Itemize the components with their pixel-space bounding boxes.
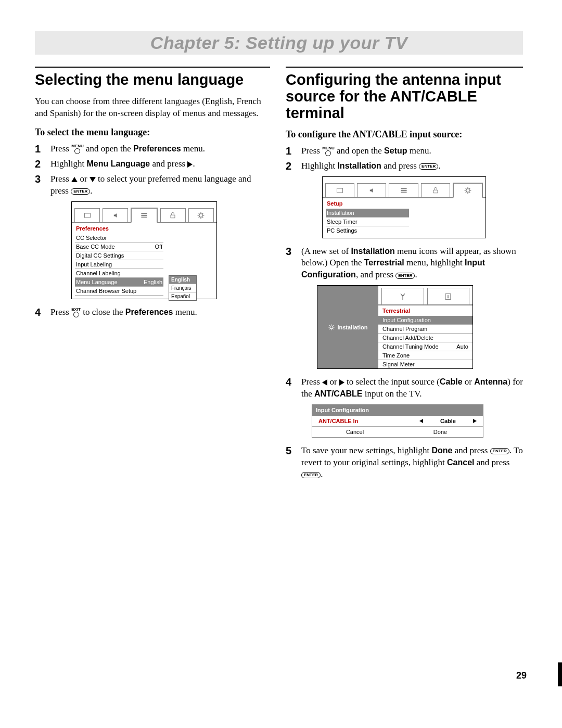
osd-tab-audio: [103, 208, 128, 222]
right-steps-continued: 3 (A new set of Installation menu icons …: [286, 246, 523, 282]
enter-button-icon: ENTER: [490, 448, 509, 454]
svg-rect-3: [337, 188, 342, 193]
step-body: (A new set of Installation menu icons wi…: [301, 246, 523, 282]
step: 4 Press or to select the input source (C…: [286, 376, 523, 400]
down-arrow-icon: [90, 177, 96, 182]
install-title: Terrestrial: [378, 305, 472, 316]
step-body: To save your new settings, highlight Don…: [301, 445, 523, 481]
inconf-buttons-row: Cancel Done: [312, 427, 483, 437]
right-steps-continued3: 5 To save your new settings, highlight D…: [286, 445, 523, 481]
install-row: Time Zone: [378, 351, 472, 360]
install-tabs: [378, 286, 472, 305]
up-arrow-icon: [71, 177, 78, 182]
osd-tab-setup: [453, 183, 483, 198]
inconf-done: Done: [398, 429, 483, 435]
popup-row-selected: English: [169, 276, 196, 284]
popup-row: Français: [169, 284, 196, 292]
osd-body: Installation Sleep Timer PC Settings: [323, 209, 412, 238]
step: 1 Press MENU and open the Setup menu.: [286, 145, 523, 157]
svg-point-8: [448, 295, 449, 296]
step-body: Press or to select your preferred menu l…: [50, 173, 270, 197]
right-column: Configuring the antenna input source for…: [286, 67, 523, 484]
osd-row: Channel Browser Setup: [75, 287, 163, 296]
inconf-body: ANT/CABLE In Cable Cancel Done: [312, 416, 483, 438]
osd-tab-picture: [74, 208, 100, 222]
enter-button-icon: ENTER: [419, 163, 438, 170]
install-row-selected: Input Configuration: [378, 316, 472, 325]
svg-point-6: [330, 326, 334, 329]
menu-button-icon: MENU: [71, 144, 84, 154]
section-rule: [286, 67, 523, 68]
osd-tabs: [72, 202, 216, 223]
osd-row: Base CC ModeOff: [75, 242, 163, 251]
right-heading: Configuring the antenna input source for…: [286, 72, 523, 122]
osd-row: Digital CC Settings: [75, 251, 163, 260]
step-body: Highlight Menu Language and press .: [50, 158, 270, 170]
edge-tab-mark: [558, 662, 562, 686]
install-row: Channel Add/Delete: [378, 334, 472, 342]
chapter-band: Chapter 5: Setting up your TV: [35, 31, 523, 55]
right-steps: 1 Press MENU and open the Setup menu. 2 …: [286, 145, 523, 172]
osd-row: PC Settings: [326, 226, 409, 235]
svg-rect-0: [84, 213, 90, 218]
left-arrow-icon: [419, 419, 423, 423]
left-intro: You can choose from three different lang…: [35, 96, 270, 120]
osd-tab-setup: [188, 208, 214, 222]
right-arrow-icon: [339, 379, 344, 386]
osd-title: Preferences: [72, 223, 216, 234]
osd-row: Channel Labeling: [75, 269, 163, 278]
step-body: Highlight Installation and press ENTER.: [301, 160, 523, 172]
installation-right-panel: Terrestrial Input Configuration Channel …: [378, 286, 472, 368]
step-number: 4: [35, 306, 50, 318]
right-subhead: To configure the ANT/CABLE input source:: [286, 129, 523, 140]
installation-osd: Installation Terrestrial Input Configura…: [317, 285, 473, 369]
osd-tab-lock: [160, 208, 186, 222]
osd-tab-lock: [421, 183, 450, 197]
left-steps: 1 Press MENU and open the Preferences me…: [35, 143, 270, 197]
inconf-value: Cable: [419, 418, 477, 424]
step-number: 1: [35, 143, 50, 155]
osd-title: Setup: [323, 198, 486, 209]
exit-button-icon: EXIT: [71, 308, 81, 317]
step-body: Press EXIT to close the Preferences menu…: [50, 306, 270, 318]
enter-button-icon: ENTER: [301, 472, 321, 478]
install-tab-terrestrial: [381, 288, 424, 304]
chapter-title: Chapter 5: Setting up your TV: [150, 33, 407, 53]
input-configuration-osd: Input Configuration ANT/CABLE In Cable C…: [312, 404, 483, 438]
inconf-row-antcable: ANT/CABLE In Cable: [312, 416, 483, 427]
step-body: Press or to select the input source (Cab…: [301, 376, 523, 400]
step-number: 1: [286, 145, 301, 157]
step-number: 2: [35, 158, 50, 170]
svg-point-5: [466, 188, 469, 191]
columns: Selecting the menu language You can choo…: [35, 67, 523, 484]
step-body: Press MENU and open the Setup menu.: [301, 145, 523, 157]
step-number: 4: [286, 376, 301, 400]
setup-osd: Setup Installation Sleep Timer PC Settin…: [322, 176, 486, 238]
osd-tab-preferences: [131, 208, 157, 223]
install-row: Channel Tuning ModeAuto: [378, 342, 472, 351]
popup-row: Español: [169, 292, 196, 300]
section-rule: [35, 67, 270, 68]
osd-row: Sleep Timer: [326, 218, 409, 226]
step-number: 3: [286, 246, 301, 282]
osd-row: Input Labeling: [75, 260, 163, 269]
right-arrow-icon: [187, 161, 193, 168]
left-steps-continued: 4 Press EXIT to close the Preferences me…: [35, 306, 270, 318]
enter-button-icon: ENTER: [395, 273, 415, 279]
left-subhead: To select the menu language:: [35, 127, 270, 138]
inconf-cancel: Cancel: [312, 429, 398, 435]
menu-button-icon: MENU: [322, 146, 335, 156]
step: 2 Highlight Installation and press ENTER…: [286, 160, 523, 172]
step-number: 2: [286, 160, 301, 172]
osd-row-selected: Menu LanguageEnglish: [75, 278, 163, 287]
osd-language-popup: English Français Español: [169, 275, 197, 301]
svg-rect-9: [448, 296, 449, 298]
right-arrow-icon: [473, 419, 477, 423]
step: 3 Press or to select your preferred menu…: [35, 173, 270, 197]
osd-tab-audio: [357, 183, 386, 197]
left-heading: Selecting the menu language: [35, 72, 270, 88]
inconf-label: ANT/CABLE In: [318, 418, 419, 424]
step: 2 Highlight Menu Language and press .: [35, 158, 270, 170]
step: 3 (A new set of Installation menu icons …: [286, 246, 523, 282]
right-steps-continued2: 4 Press or to select the input source (C…: [286, 376, 523, 400]
